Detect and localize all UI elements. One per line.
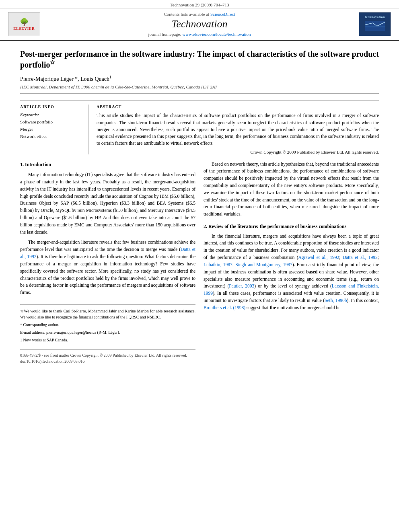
article-info-heading: ARTICLE INFO: [20, 105, 82, 109]
technovation-logo-image: [363, 19, 387, 33]
main-content: 1. Introduction Many information technol…: [20, 161, 379, 365]
footer-issn: 0166-4972/$ - see front matter Crown Cop…: [20, 349, 195, 365]
footnote-corresponding: * Corresponding author.: [20, 322, 195, 328]
ref-datta2[interactable]: Datta et al., 1992: [343, 255, 378, 260]
section1-right-para1: Based on network theory, this article hy…: [204, 161, 379, 218]
article-info-column: ARTICLE INFO Keywords: Software portfoli…: [20, 105, 88, 154]
keywords-label: Keywords:: [20, 112, 82, 117]
keywords-list: Software portfolio Merger Network effect: [20, 119, 82, 140]
footnote-star: ☆We would like to thank Carl St-Pierre, …: [20, 308, 195, 320]
abstract-column: ABSTRACT This article studies the impact…: [97, 105, 379, 154]
abstract-text: This article studies the impact of the c…: [97, 112, 379, 147]
ref-brouthers[interactable]: Brouthers et al. (1998): [204, 305, 245, 310]
article-body: Post-merger performance in the software …: [0, 41, 399, 373]
article-info-abstract: ARTICLE INFO Keywords: Software portfoli…: [20, 100, 379, 154]
section1-heading: 1. Introduction: [20, 161, 195, 168]
ref-seth[interactable]: Seth, 1990b: [325, 298, 347, 303]
section1-para2: The merger-and-acquisition literature re…: [20, 239, 195, 296]
keyword-2: Merger: [20, 126, 82, 133]
elsevier-tree-icon: 🌳: [20, 18, 29, 27]
journal-homepage: journal homepage: www.elsevier.com/locat…: [44, 32, 355, 37]
elsevier-logo: 🌳 ELSEVIER: [8, 12, 40, 36]
section1-para1: Many information technology (IT) special…: [20, 171, 195, 236]
affiliation: HEC Montréal, Department of IT, 3000 che…: [20, 84, 379, 94]
left-column: 1. Introduction Many information technol…: [20, 161, 195, 365]
ref-pautler[interactable]: Pautler, 2003: [229, 283, 254, 288]
footnote-note1: 1 Now works at SAP Canada.: [20, 337, 195, 343]
keyword-1: Software portfolio: [20, 119, 82, 126]
ref-datta1992[interactable]: Datta et al., 1992: [20, 247, 195, 259]
sciencedirect-url[interactable]: ScienceDirect: [210, 12, 235, 16]
footnote-email: E-mail address: pierre-majorique.leger@h…: [20, 329, 195, 335]
footnote-section: ☆We would like to thank Carl St-Pierre, …: [20, 304, 195, 343]
technovation-logo: technovation: [359, 12, 391, 36]
journal-center: Contents lists available at ScienceDirec…: [44, 12, 355, 37]
journal-title: Technovation: [44, 18, 355, 30]
article-title: Post-merger performance in the software …: [20, 49, 379, 70]
journal-reference: Technovation 29 (2009) 704–713: [0, 0, 399, 8]
ref-lubatkin[interactable]: Lubatkin, 1987: [204, 262, 232, 267]
svg-rect-1: [365, 21, 385, 31]
abstract-heading: ABSTRACT: [97, 105, 379, 109]
homepage-url[interactable]: www.elsevier.com/locate/technovation: [182, 32, 251, 37]
keyword-3: Network effect: [20, 133, 82, 140]
section2-para1: In the financial literature, mergers and…: [204, 233, 379, 312]
right-column: Based on network theory, this article hy…: [204, 161, 379, 365]
ref-agrawal[interactable]: Agrawal et al., 1992: [298, 255, 339, 260]
abstract-copyright: Crown Copyright © 2009 Published by Else…: [97, 150, 379, 154]
section2-heading: 2. Review of the literature: the perform…: [204, 223, 379, 230]
authors: Pierre-Majorique Léger *, Louis Quach1: [20, 75, 379, 82]
journal-header: 🌳 ELSEVIER Contents lists available at S…: [0, 8, 399, 41]
sciencedirect-link: Contents lists available at ScienceDirec…: [44, 12, 355, 16]
ref-singh[interactable]: Singh and Montgomery, 1987: [235, 262, 292, 267]
